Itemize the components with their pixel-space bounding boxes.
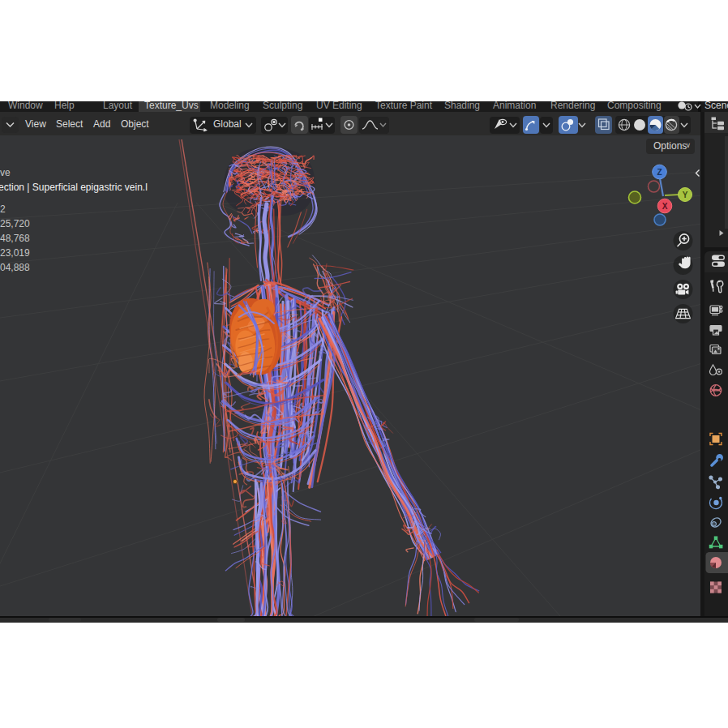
svg-text:Y: Y bbox=[683, 191, 688, 199]
svg-text:X: X bbox=[662, 202, 668, 211]
svg-text:Z: Z bbox=[657, 168, 662, 177]
